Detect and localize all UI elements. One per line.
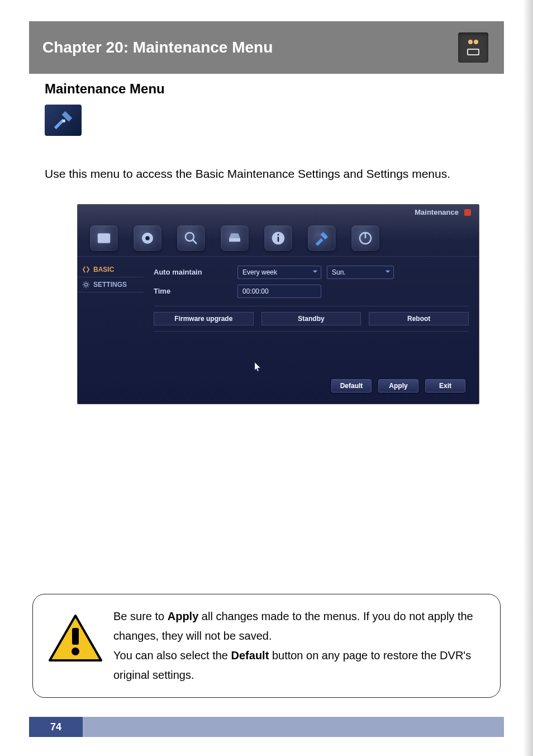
auto-maintain-period-select[interactable]: Every week xyxy=(237,266,321,279)
sidebar-item-label: BASIC xyxy=(93,266,114,273)
time-input[interactable]: 00:00:00 xyxy=(237,285,321,298)
sidebar-item-settings[interactable]: SETTINGS xyxy=(78,277,144,292)
dvr-main-panel: Auto maintain Every week Sun. Time 00:00… xyxy=(144,257,479,399)
exit-button[interactable]: Exit xyxy=(425,379,465,393)
default-button[interactable]: Default xyxy=(331,379,372,393)
svg-rect-2 xyxy=(63,120,65,122)
svg-rect-10 xyxy=(278,237,279,242)
intro-paragraph: Use this menu to access the Basic Mainte… xyxy=(45,163,488,185)
dvr-body: BASIC SETTINGS Auto maintain Every week … xyxy=(78,256,479,399)
row-time: Time 00:00:00 xyxy=(154,285,469,298)
svg-rect-8 xyxy=(229,238,240,242)
reboot-button[interactable]: Reboot xyxy=(369,312,469,325)
action-button-row: Firmware upgrade Standby Reboot xyxy=(154,306,469,332)
tab-hdd-icon[interactable] xyxy=(221,225,249,251)
btn-label: Apply xyxy=(389,382,407,390)
page-number: 74 xyxy=(29,717,83,737)
warning-callout: Be sure to Apply all changes made to the… xyxy=(32,594,501,698)
sidebar-item-label: SETTINGS xyxy=(93,281,127,289)
dd-value: Sun. xyxy=(332,268,346,276)
page-shadow xyxy=(523,0,533,756)
btn-label: Firmware upgrade xyxy=(174,315,232,323)
dd-value: Every week xyxy=(242,268,277,276)
svg-rect-16 xyxy=(72,628,79,645)
warning-triangle-icon xyxy=(47,613,103,664)
sidebar-item-basic[interactable]: BASIC xyxy=(78,262,144,277)
row-auto-maintain: Auto maintain Every week Sun. xyxy=(154,266,469,279)
maintenance-thumb-icon xyxy=(45,105,82,136)
time-label: Time xyxy=(154,287,232,295)
chapter-header: Chapter 20: Maintenance Menu xyxy=(29,21,504,74)
bold-apply: Apply xyxy=(168,610,199,622)
dvr-top-tabs xyxy=(78,220,479,256)
tab-maintenance-icon[interactable] xyxy=(308,225,336,251)
camera-badge-icon xyxy=(458,32,488,63)
btn-label: Default xyxy=(340,382,363,390)
standby-button[interactable]: Standby xyxy=(261,312,361,325)
warning-text: Be sure to Apply all changes made to the… xyxy=(113,607,486,685)
dvr-window-title: Maintenance xyxy=(415,208,459,216)
dvr-screenshot: Maintenance BASIC SETTINGS xyxy=(77,204,479,404)
section-heading: Maintenance Menu xyxy=(45,81,488,97)
close-chip-icon[interactable] xyxy=(464,209,471,216)
chapter-title: Chapter 20: Maintenance Menu xyxy=(42,39,273,56)
firmware-upgrade-button[interactable]: Firmware upgrade xyxy=(154,312,254,325)
auto-maintain-day-select[interactable]: Sun. xyxy=(327,266,394,279)
svg-point-17 xyxy=(72,648,79,655)
btn-label: Reboot xyxy=(407,315,430,323)
page-content: Maintenance Menu Use this menu to access… xyxy=(45,81,488,404)
auto-maintain-label: Auto maintain xyxy=(154,268,232,276)
footer-button-row: Default Apply Exit xyxy=(154,379,469,393)
bold-default: Default xyxy=(231,649,269,662)
svg-point-14 xyxy=(84,283,87,286)
tab-info-icon[interactable] xyxy=(264,225,292,251)
text-fragment: Be sure to xyxy=(113,610,168,622)
text-fragment: You can also select the xyxy=(113,649,231,662)
btn-label: Standby xyxy=(298,315,324,323)
tab-search-icon[interactable] xyxy=(177,225,205,251)
svg-line-7 xyxy=(193,239,197,244)
svg-point-5 xyxy=(145,236,150,240)
time-value: 00:00:00 xyxy=(242,287,269,295)
apply-button[interactable]: Apply xyxy=(378,379,418,393)
svg-rect-11 xyxy=(278,234,279,235)
btn-label: Exit xyxy=(439,382,451,390)
tab-general-icon[interactable] xyxy=(90,225,118,251)
cursor-icon xyxy=(254,362,469,374)
dvr-window-header: Maintenance xyxy=(78,205,479,220)
svg-rect-3 xyxy=(98,233,111,243)
dvr-sidebar: BASIC SETTINGS xyxy=(78,257,144,399)
footer-bar xyxy=(29,717,504,737)
tab-power-icon[interactable] xyxy=(351,225,379,251)
tab-record-icon[interactable] xyxy=(134,225,161,251)
